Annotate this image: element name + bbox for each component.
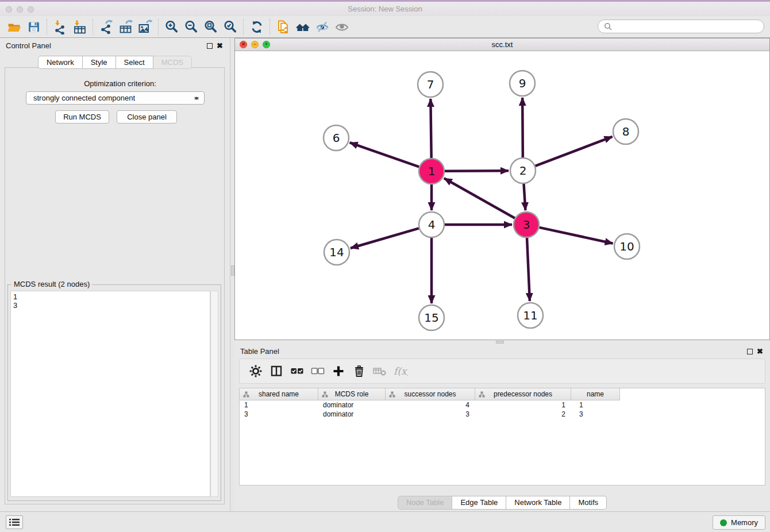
tab-select[interactable]: Select	[116, 56, 153, 69]
table-cell[interactable]: dominator	[318, 400, 386, 410]
search-box[interactable]	[598, 20, 764, 33]
table-cell[interactable]: 1	[240, 400, 318, 410]
edge-1-2[interactable]	[445, 171, 509, 171]
refresh-layout-button[interactable]	[247, 18, 267, 36]
duplicate-network-button[interactable]	[274, 18, 293, 36]
export-image-button[interactable]	[136, 18, 155, 36]
home-view-button[interactable]	[293, 18, 313, 36]
main-toolbar	[0, 16, 770, 38]
optimization-criterion-label: Optimization criterion:	[5, 79, 235, 88]
unselect-all-columns-icon	[310, 364, 325, 379]
zoom-fit-button[interactable]	[201, 18, 221, 36]
table-cell[interactable]: 3	[240, 410, 318, 419]
table-cell[interactable]: 1	[571, 400, 620, 410]
graph-node-11[interactable]: 11	[518, 303, 543, 328]
open-session-icon	[7, 20, 22, 34]
optimization-criterion-select[interactable]: strongly connected component	[26, 91, 205, 105]
home-view-icon	[295, 20, 310, 34]
select-arrows-icon	[194, 94, 199, 102]
edge-3-1[interactable]	[444, 178, 515, 218]
panel-list-button[interactable]	[6, 515, 23, 529]
edge-3-10[interactable]	[539, 228, 613, 244]
mcds-result-text[interactable]: 1 3	[10, 291, 210, 497]
table-cell[interactable]: 1	[475, 400, 571, 410]
export-network-button[interactable]	[97, 18, 116, 36]
column-header-MCDS-role[interactable]: MCDS role	[318, 388, 386, 400]
mcds-result-scrollbar[interactable]	[210, 291, 218, 497]
edge-4-14[interactable]	[351, 228, 419, 248]
select-all-columns-button[interactable]	[287, 361, 307, 381]
table-row[interactable]: 3dominator323	[240, 410, 765, 419]
delete-columns-button[interactable]	[349, 361, 369, 381]
zoom-out-button[interactable]	[182, 18, 201, 36]
graph-node-7[interactable]: 7	[418, 72, 443, 97]
delete-table-button	[369, 361, 390, 381]
edge-1-7[interactable]	[430, 99, 431, 158]
show-panels-button[interactable]	[332, 18, 352, 36]
network-canvas[interactable]: 7968124314101511	[235, 51, 769, 340]
table-cell[interactable]: 3	[571, 410, 620, 419]
network-window-titlebar[interactable]: ✕ − + scc.txt	[235, 38, 769, 51]
window-titlebar[interactable]: Session: New Session	[0, 2, 770, 17]
graph-node-14[interactable]: 14	[324, 240, 349, 265]
table-cell[interactable]: dominator	[318, 410, 386, 419]
float-table-panel-icon[interactable]	[747, 349, 753, 354]
edge-2-3[interactable]	[523, 184, 525, 210]
vertical-splitter[interactable]	[230, 38, 234, 511]
close-panel-button[interactable]: Close panel	[117, 110, 177, 124]
zoom-out-icon	[184, 20, 199, 34]
tab-node-table[interactable]: Node Table	[398, 496, 453, 510]
graph-node-6[interactable]: 6	[324, 125, 349, 151]
tab-style[interactable]: Style	[83, 56, 116, 69]
column-header-name[interactable]: name	[571, 388, 620, 400]
select-all-columns-icon	[290, 364, 305, 379]
float-panel-icon[interactable]	[207, 43, 213, 49]
import-network-button[interactable]	[51, 18, 70, 36]
create-column-button[interactable]	[328, 361, 349, 381]
graph-node-9[interactable]: 9	[510, 71, 535, 96]
table-cell[interactable]: 2	[475, 410, 571, 419]
close-table-panel-icon[interactable]: ✖	[757, 348, 763, 355]
graph-node-1[interactable]: 1	[419, 159, 444, 184]
column-header-label: predecessor nodes	[494, 390, 552, 398]
export-table-button[interactable]	[116, 18, 136, 36]
column-header-shared-name[interactable]: shared name	[240, 388, 318, 400]
edge-1-6[interactable]	[350, 142, 419, 167]
table-settings-button[interactable]	[245, 361, 266, 381]
unselect-all-columns-button[interactable]	[307, 361, 328, 381]
column-header-predecessor-nodes[interactable]: predecessor nodes	[475, 388, 571, 400]
run-mcds-button[interactable]: Run MCDS	[55, 110, 109, 124]
node-label: 8	[622, 125, 630, 138]
edge-3-11[interactable]	[527, 238, 530, 301]
graph-node-4[interactable]: 4	[419, 212, 444, 237]
close-panel-icon[interactable]: ✖	[217, 43, 223, 49]
edge-2-9[interactable]	[522, 98, 523, 157]
node-label: 10	[619, 240, 634, 253]
graph-node-2[interactable]: 2	[510, 158, 536, 183]
table-header-row: shared nameMCDS rolesuccessor nodesprede…	[240, 388, 620, 400]
import-table-button[interactable]	[70, 18, 90, 36]
save-session-button[interactable]	[24, 18, 44, 36]
graph-node-8[interactable]: 8	[613, 119, 638, 144]
graph-node-10[interactable]: 10	[614, 234, 640, 259]
table-row[interactable]: 1dominator411	[240, 400, 765, 410]
table-cell[interactable]: 4	[386, 400, 475, 410]
tab-motifs[interactable]: Motifs	[570, 496, 607, 510]
open-session-button[interactable]	[5, 18, 24, 36]
memory-button[interactable]: Memory	[713, 515, 765, 530]
zoom-selected-button[interactable]	[221, 18, 240, 36]
tab-network-table[interactable]: Network Table	[506, 496, 570, 510]
tab-network[interactable]: Network	[38, 56, 83, 69]
tab-edge-table[interactable]: Edge Table	[452, 496, 506, 510]
zoom-in-button[interactable]	[162, 18, 182, 36]
search-input[interactable]	[615, 22, 758, 32]
graph-node-15[interactable]: 15	[419, 305, 444, 330]
table-cell[interactable]: 3	[386, 410, 475, 419]
edge-2-8[interactable]	[536, 137, 613, 166]
graph-node-3[interactable]: 3	[514, 212, 539, 237]
hide-panels-button[interactable]	[313, 18, 332, 36]
tab-mcds[interactable]: MCDS	[153, 56, 192, 69]
split-table-view-button[interactable]	[266, 361, 287, 381]
column-header-successor-nodes[interactable]: successor nodes	[386, 388, 475, 400]
function-builder-button: f(x)	[390, 361, 411, 381]
